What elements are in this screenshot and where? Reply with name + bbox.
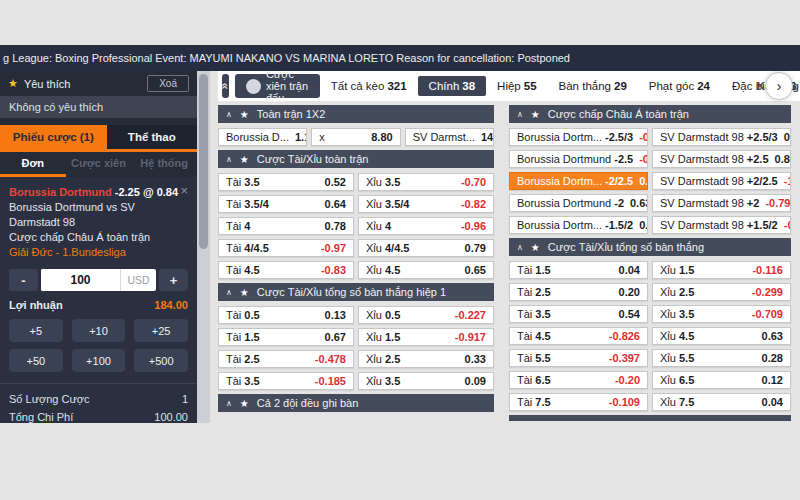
star-icon[interactable]: ★ [531, 242, 540, 253]
odds-cell[interactable]: Borussia Dortm... -1.5/20.52 [509, 216, 648, 234]
star-icon[interactable]: ★ [240, 398, 249, 409]
odds-cell[interactable]: Xỉu 4.50.63 [652, 327, 791, 345]
collapse-all-button[interactable]: « [222, 74, 229, 98]
quick-add-button[interactable]: +500 [134, 349, 188, 372]
odds-cell[interactable]: Tài 6.5-0.20 [509, 371, 648, 389]
collapse-icon[interactable]: ∧ [226, 110, 232, 119]
toolbar-tab[interactable]: Tất cả kèo321 [320, 76, 418, 96]
collapse-icon[interactable]: ∧ [517, 243, 523, 252]
subtab-single[interactable]: Đơn [0, 152, 66, 177]
next-tabs-button[interactable]: › [765, 72, 793, 100]
odds-cell[interactable]: Tài 3.50.52 [218, 173, 354, 191]
odds-cell[interactable]: Tài 1.50.04 [509, 261, 648, 279]
market-section-header[interactable]: ∧★Cả 2 đội đều ghi bàn [218, 394, 494, 412]
tab-sports[interactable]: Thể thao [107, 125, 197, 149]
odds-value: -0.397 [609, 352, 640, 364]
market-section-header[interactable]: ∧★Cược Tài/Xỉu toàn trận [218, 150, 494, 168]
odds-cell[interactable]: Borussia Dortm... -2/2.50.84 [509, 172, 648, 190]
tab-betslip[interactable]: Phiếu cược (1) [0, 125, 107, 149]
star-icon[interactable]: ★ [240, 154, 249, 165]
odds-cell[interactable]: Xỉu 1.5-0.116 [652, 261, 791, 279]
odds-cell[interactable]: SV Darmstadt 98 +2/2.5-1.00 [652, 172, 791, 190]
odds-cell[interactable]: Borussia Dortmund -2.5-0.96 [509, 150, 648, 168]
market-section-header[interactable]: ∧★Cược chấp Châu Á toàn trận [509, 105, 791, 123]
odds-cell[interactable]: Tài 40.78 [218, 217, 354, 235]
odds-cell[interactable]: Xỉu 3.5-0.709 [652, 305, 791, 323]
odds-cell[interactable]: Tài 5.5-0.397 [509, 349, 648, 367]
odds-cell[interactable]: Borussia Dortm... -2.5/3-0.79 [509, 128, 648, 146]
stake-increase-button[interactable]: + [159, 269, 188, 291]
star-icon[interactable]: ★ [531, 109, 540, 120]
stake-input[interactable] [41, 269, 120, 291]
odds-cell[interactable]: Tài 0.50.13 [218, 306, 354, 324]
sidebar-scrollbar[interactable] [197, 71, 210, 423]
odds-row: Tài 6.5-0.20Xỉu 6.50.12 [509, 371, 791, 389]
odds-cell[interactable]: SV Darmstadt 98 +2.5/30.63 [652, 128, 791, 146]
odds-label: Xỉu 1.5 [366, 331, 400, 343]
odds-cell[interactable]: Tài 3.5/40.64 [218, 195, 354, 213]
odds-cell[interactable]: Tài 2.5-0.478 [218, 350, 354, 368]
odds-cell[interactable]: Tài 4.5-0.83 [218, 261, 354, 279]
odds-label: Borussia Dortm... -2/2.5 [517, 175, 633, 187]
quick-add-button[interactable]: +5 [9, 319, 63, 342]
odds-cell[interactable]: Xỉu 1.5-0.917 [358, 328, 494, 346]
odds-label: Xỉu 3.5/4 [366, 198, 409, 210]
quick-add-button[interactable]: +10 [72, 319, 126, 342]
odds-cell[interactable]: Xỉu 7.50.04 [652, 393, 791, 411]
toolbar-tab[interactable]: Hiệp55 [486, 76, 547, 96]
odds-value: -0.79 [765, 197, 790, 209]
odds-cell[interactable]: Xỉu 4/4.50.79 [358, 239, 494, 257]
odds-cell[interactable]: Tài 3.50.54 [509, 305, 648, 323]
subtab-parlay[interactable]: Cược xiên [66, 152, 132, 177]
star-icon[interactable]: ★ [240, 109, 249, 120]
odds-cell[interactable]: Xỉu 3.5/4-0.82 [358, 195, 494, 213]
odds-cell[interactable]: Tài 4/4.5-0.97 [218, 239, 354, 257]
toolbar-tab[interactable]: Chính38 [418, 76, 486, 96]
odds-label: SV Darmstadt 98 +1.5/2 [660, 219, 778, 231]
odds-cell[interactable]: Xỉu 2.50.33 [358, 350, 494, 368]
odds-cell[interactable]: Xỉu 3.50.09 [358, 372, 494, 390]
odds-cell[interactable]: Tài 4.5-0.826 [509, 327, 648, 345]
odds-cell[interactable]: Xỉu 3.5-0.70 [358, 173, 494, 191]
remove-bet-icon[interactable]: × [180, 183, 188, 198]
odds-label: Xỉu 2.5 [660, 286, 694, 298]
odds-cell[interactable]: Tài 7.5-0.109 [509, 393, 648, 411]
collapse-icon[interactable]: ∧ [226, 155, 232, 164]
odds-cell[interactable]: Borussia D...1.16 [218, 128, 307, 146]
odds-cell[interactable]: Tài 1.50.67 [218, 328, 354, 346]
quick-add-button[interactable]: +100 [72, 349, 126, 372]
star-icon[interactable]: ★ [240, 287, 249, 298]
odds-cell[interactable]: SV Darmst...14.00 [405, 128, 494, 146]
collapse-icon[interactable]: ∧ [517, 110, 523, 119]
stake-decrease-button[interactable]: - [9, 269, 38, 291]
odds-cell[interactable]: Borussia Dortmund -20.63 [509, 194, 648, 212]
odds-value: 0.52 [325, 176, 346, 188]
parlay-toggle[interactable]: Cược xiên trận đấu [235, 74, 320, 98]
odds-cell[interactable]: Tài 2.50.20 [509, 283, 648, 301]
odds-cell[interactable]: Xỉu 4-0.96 [358, 217, 494, 235]
toolbar-tab[interactable]: Bàn thắng29 [548, 76, 638, 96]
toolbar-tab[interactable]: Phạt góc24 [638, 76, 721, 96]
quick-add-button[interactable]: +25 [134, 319, 188, 342]
subtab-system[interactable]: Hệ thống [131, 152, 197, 177]
market-section-header[interactable]: ∧★Toàn trận 1X2 [218, 105, 494, 123]
odds-cell[interactable]: Tài 3.5-0.185 [218, 372, 354, 390]
collapse-icon[interactable]: ∧ [226, 288, 232, 297]
quick-add-grid: +5+10+25+50+100+500 [9, 319, 188, 372]
odds-cell[interactable]: Xỉu 4.50.65 [358, 261, 494, 279]
odds-cell[interactable]: SV Darmstadt 98 +2.50.80 [652, 150, 791, 168]
collapse-icon[interactable]: ∧ [226, 399, 232, 408]
quick-add-button[interactable]: +50 [9, 349, 63, 372]
odds-cell[interactable]: Xỉu 2.5-0.299 [652, 283, 791, 301]
scrollbar-thumb[interactable] [199, 74, 208, 249]
odds-cell[interactable]: Xỉu 6.50.12 [652, 371, 791, 389]
toggle-switch[interactable] [246, 80, 258, 93]
market-section-header[interactable]: ∧★Cược Tài/Xỉu tổng số bàn thắng hiệp 1 [218, 283, 494, 301]
odds-cell[interactable]: x8.80 [311, 128, 400, 146]
odds-cell[interactable]: SV Darmstadt 98 +1.5/2-0.68 [652, 216, 791, 234]
odds-cell[interactable]: Xỉu 5.50.28 [652, 349, 791, 367]
clear-favorites-button[interactable]: Xoá [147, 75, 189, 92]
odds-cell[interactable]: SV Darmstadt 98 +2-0.79 [652, 194, 791, 212]
odds-cell[interactable]: Xỉu 0.5-0.227 [358, 306, 494, 324]
market-section-header[interactable]: ∧★Cược Tài/Xỉu tổng số bàn thắng [509, 238, 791, 256]
